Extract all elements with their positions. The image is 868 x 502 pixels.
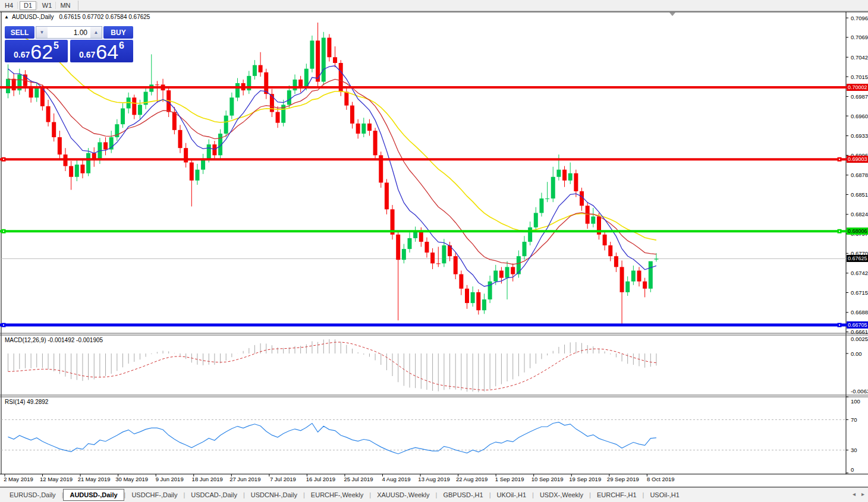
chart-tab-eurusd-daily[interactable]: EURUSD-,Daily: [4, 489, 62, 501]
candle: [424, 242, 429, 252]
candle: [207, 144, 211, 159]
candle: [75, 165, 79, 177]
chart-tab-audusd-daily[interactable]: AUDUSD-,Daily: [63, 489, 124, 501]
buy-button[interactable]: BUY: [103, 26, 133, 39]
candle: [190, 162, 194, 180]
candle: [103, 142, 108, 149]
candle: [517, 256, 521, 274]
tab-scroll-right-icon[interactable]: ▸: [861, 491, 864, 497]
expand-triangle-icon[interactable]: ▲: [4, 15, 9, 20]
candle: [505, 267, 510, 277]
candle: [608, 245, 612, 256]
chart-tab-gbpusd-h1[interactable]: GBPUSD-,H1: [437, 489, 489, 501]
line-handle-dot: [839, 159, 840, 160]
candle: [304, 69, 309, 87]
line-handle-dot: [3, 159, 4, 160]
candle: [350, 106, 354, 124]
volume-input[interactable]: [48, 27, 90, 38]
candle: [603, 235, 607, 245]
rsi-axis-label: 100: [851, 398, 860, 405]
price-axis-label: 0.66880: [851, 309, 868, 315]
buy-price-button[interactable]: 0.67 64 6: [70, 40, 133, 62]
volume-up-icon[interactable]: ▲: [90, 27, 102, 38]
candle: [385, 182, 389, 209]
candle: [654, 258, 658, 259]
chart-tab-eurchf-weekly[interactable]: EURCHF-,Weekly: [305, 489, 369, 501]
candle: [46, 106, 51, 122]
timeframe-button-d1[interactable]: D1: [20, 1, 36, 10]
candle: [528, 228, 532, 242]
candle: [178, 130, 183, 148]
candle: [52, 122, 56, 137]
candle: [224, 116, 228, 134]
price-badge: 0.67625: [847, 255, 868, 262]
candle: [568, 173, 573, 181]
candle: [229, 97, 234, 115]
rsi-label: RSI(14) 49.2892: [5, 399, 48, 405]
rsi-axis-label: 0: [851, 466, 854, 473]
price-axis-label: 0.70965: [851, 15, 868, 21]
chart-tab-ukoil-h1[interactable]: UKOil-,H1: [491, 489, 533, 501]
candle: [40, 88, 45, 106]
sell-price-button[interactable]: 0.67 62 5: [5, 40, 68, 62]
candle: [534, 213, 538, 227]
candle: [454, 256, 458, 274]
candle: [539, 198, 543, 213]
candle: [80, 165, 84, 173]
candle: [620, 267, 624, 292]
toolbar-separator: [17, 2, 18, 9]
candle: [361, 124, 366, 134]
candle: [511, 267, 515, 274]
candle: [574, 173, 578, 191]
price-axis-label: 0.68785: [851, 172, 868, 178]
candle: [459, 274, 463, 289]
candle: [195, 170, 199, 181]
price-axis-label: 0.67425: [851, 270, 868, 276]
chart-tab-eurchf-h1[interactable]: EURCHF-,H1: [591, 489, 643, 501]
one-click-trading-panel: SELL ▼ ▲ BUY 0.67 62 5 0.67 64 6: [5, 26, 133, 62]
candle: [643, 282, 647, 289]
candle: [419, 231, 423, 242]
candle: [476, 292, 480, 310]
toolbar-divider: [78, 1, 78, 10]
candle: [293, 80, 297, 90]
candle: [6, 79, 10, 93]
candle: [264, 72, 268, 94]
candle: [631, 270, 636, 281]
candle: [493, 270, 498, 281]
candle: [430, 252, 435, 263]
candle: [86, 153, 90, 173]
sell-button[interactable]: SELL: [5, 26, 34, 39]
chart-tab-usdchf-daily[interactable]: USDCHF-,Daily: [125, 489, 183, 501]
buy-price-main: 64: [96, 43, 118, 61]
timeframe-button-h4[interactable]: H4: [1, 1, 17, 10]
candle: [12, 79, 16, 90]
candle: [556, 170, 561, 177]
candle: [396, 235, 400, 260]
volume-down-icon[interactable]: ▼: [36, 27, 48, 38]
candle: [373, 131, 378, 155]
price-axis-label: 0.69875: [851, 93, 868, 100]
toolbar-separator: [37, 2, 37, 9]
candle: [356, 124, 360, 134]
candle: [523, 242, 527, 256]
chart-shift-marker-icon[interactable]: [669, 12, 675, 16]
macd-axis-label: 0.00: [851, 351, 862, 357]
chart-tab-usdx-weekly[interactable]: USDX-,Weekly: [534, 489, 589, 501]
chart-tab-usdcad-daily[interactable]: USDCAD-,Daily: [185, 489, 243, 501]
chart-tab-xauusd-weekly[interactable]: XAUUSD-,Weekly: [371, 489, 435, 501]
price-axis-label: 0.70695: [851, 34, 868, 40]
chart-tab-usoil-h1[interactable]: USOil-,H1: [644, 489, 685, 501]
chart-header: ▲ AUDUSD-,Daily 0.67615 0.67702 0.67584 …: [4, 14, 150, 20]
tab-scroll-left-icon[interactable]: ◂: [853, 491, 856, 497]
macd-label: MACD(12,26,9) -0.001492 -0.001905: [5, 337, 103, 343]
chart-tab-usdcnh-daily[interactable]: USDCNH-,Daily: [245, 489, 303, 501]
timeframe-button-mn[interactable]: MN: [58, 1, 73, 10]
price-axis-label: 0.70150: [851, 74, 868, 80]
line-handle-dot: [839, 231, 840, 232]
chart-ohlc-values: 0.67615 0.67702 0.67584 0.67625: [59, 14, 150, 20]
candle: [465, 289, 469, 303]
timeframe-button-w1[interactable]: W1: [39, 1, 55, 10]
candle: [58, 137, 62, 154]
line-handle-dot: [839, 324, 840, 326]
